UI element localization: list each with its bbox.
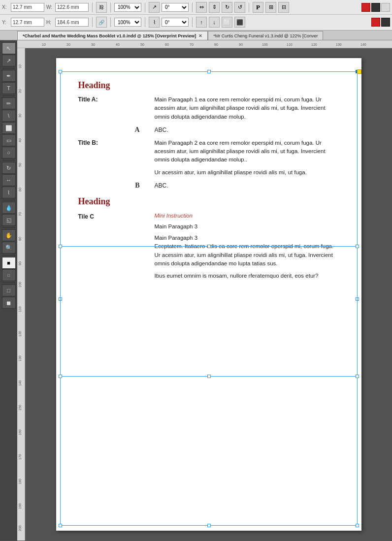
normal-mode[interactable]: □: [2, 285, 16, 296]
rotate-ccw-icon[interactable]: ↺: [234, 2, 245, 13]
tab-funeral[interactable]: *Mr Curtis Cheng Funeral v1.3.indd @ 122…: [208, 31, 323, 40]
tab-wedding-close[interactable]: ✕: [198, 33, 202, 38]
rect-tool[interactable]: ▭: [2, 134, 16, 146]
fill-color[interactable]: ■: [2, 257, 16, 269]
tool-r1[interactable]: [381, 3, 390, 12]
letter-b-col: B: [78, 182, 155, 190]
h-field: H:: [46, 18, 89, 27]
ruler-h-inner: 10 20 30 40 50 60 70 80 90 100 110 120 1…: [17, 40, 392, 48]
direct-select-tool[interactable]: ↗: [2, 55, 16, 66]
tile-c-label: Tile C: [78, 213, 155, 284]
shear-icon[interactable]: ⌇: [149, 17, 160, 28]
svg-text:40: 40: [18, 138, 22, 142]
svg-text:10: 10: [42, 43, 46, 46]
title-a-label: Title A:: [78, 95, 155, 121]
sep4: [192, 2, 193, 12]
tool-btn-4[interactable]: ⬛: [234, 17, 245, 28]
align-icon[interactable]: P: [253, 2, 263, 13]
tab-wedding[interactable]: *Charbel and Marthe Wedding Mass Booklet…: [17, 31, 208, 40]
shear-tool[interactable]: ⌇: [2, 187, 16, 198]
inner-handle-bc: [207, 375, 211, 378]
para-3c: Ibus eumet omnim is mosam, nullore rfera…: [155, 272, 339, 280]
svg-text:110: 110: [287, 43, 293, 46]
letter-a-col: A: [78, 126, 155, 134]
inner-handle-bl: [59, 375, 62, 378]
hand-tool[interactable]: ✋: [2, 229, 16, 241]
svg-text:150: 150: [18, 405, 22, 411]
dark-sq-2[interactable]: [381, 18, 390, 27]
para-3b-title: Main Paragaph 3: [155, 235, 198, 241]
gradient-tool[interactable]: ◱: [2, 214, 16, 226]
canvas-area: 10 20 30 40 50 60 70 80 90 100 110 120 1…: [17, 48, 392, 541]
sep6: [92, 17, 93, 27]
zoom-tool[interactable]: 🔍: [2, 242, 16, 254]
svg-text:90: 90: [239, 43, 243, 46]
pen-tool[interactable]: ✒: [2, 70, 16, 82]
dark-sq[interactable]: [371, 3, 380, 12]
abc-a: ABC.: [155, 127, 168, 133]
svg-text:140: 140: [18, 380, 22, 386]
flip-h-icon[interactable]: ⇔: [196, 2, 207, 13]
sep3: [145, 2, 145, 12]
y-label: Y:: [2, 20, 10, 25]
sep8: [145, 17, 145, 27]
w-input[interactable]: [55, 3, 89, 12]
letter-b: B: [135, 182, 139, 190]
tool-btn-2[interactable]: ↓: [209, 17, 220, 28]
svg-text:120: 120: [18, 331, 22, 337]
tool-btn-3[interactable]: ⬜: [222, 17, 232, 28]
svg-text:50: 50: [140, 43, 144, 46]
rect-frame-tool[interactable]: ⬜: [2, 122, 16, 134]
scale-select-2[interactable]: 100%: [114, 18, 141, 27]
para-3b: Main Paragaph 3 Eceptatem. Itatiaero odi…: [155, 234, 339, 268]
tool-sep4: [2, 200, 15, 200]
svg-text:20: 20: [18, 89, 22, 93]
flip-v-icon[interactable]: ⇕: [209, 2, 220, 13]
content-with-ruler: 10 20 30 40 50 60 70 80 90 100 110 120 1…: [17, 40, 392, 541]
distribute-icon[interactable]: ⊞: [265, 2, 276, 13]
svg-text:140: 140: [360, 43, 366, 46]
scale-select-1[interactable]: 100%: [114, 3, 141, 12]
spacing-icon[interactable]: ⊟: [278, 2, 289, 13]
rotate-cw-icon[interactable]: ↻: [222, 2, 232, 13]
sep5: [249, 2, 249, 12]
line-tool[interactable]: \: [2, 110, 16, 122]
h-input[interactable]: [55, 18, 89, 27]
title-b-row: Title B: Main Paragaph 2 ea core rem rem…: [78, 139, 339, 177]
toolbar: X: W: ⛓ 100% ↗ 0° ⇔ ⇕ ↻ ↺ P ⊞ ⊟: [0, 0, 392, 31]
rotate-icon[interactable]: ↗: [149, 2, 160, 13]
tool-sep3: [2, 160, 15, 160]
text-tool[interactable]: T: [2, 82, 16, 94]
handle-br: [356, 524, 359, 527]
yellow-handle: [357, 69, 361, 74]
selection-tool[interactable]: ↖: [2, 42, 16, 54]
svg-text:70: 70: [18, 212, 22, 216]
canvas-scroll[interactable]: Heading Title A: Main Paragaph 1 ea core…: [25, 48, 392, 541]
svg-text:170: 170: [18, 454, 22, 460]
svg-text:70: 70: [190, 43, 194, 46]
angle-select-2[interactable]: 0°: [162, 18, 189, 27]
pencil-tool[interactable]: ✏: [2, 97, 16, 109]
svg-text:20: 20: [66, 43, 70, 46]
red-sq-2[interactable]: [371, 18, 380, 27]
preview-mode[interactable]: ◼: [2, 297, 16, 309]
ellipse-tool[interactable]: ○: [2, 147, 16, 159]
eyedropper-tool[interactable]: 💧: [2, 202, 16, 214]
tool-sep7: [2, 283, 15, 283]
angle-select-1[interactable]: 0°: [162, 3, 189, 12]
handle-tr: [356, 70, 359, 73]
x-input[interactable]: [11, 3, 44, 12]
svg-text:160: 160: [18, 429, 22, 435]
main-area: ↖ ↗ ✒ T ✏ \ ⬜ ▭ ○ ↻ ↔ ⌇ 💧 ◱ ✋ 🔍 ■ □ □ ◼: [0, 40, 392, 541]
svg-text:180: 180: [18, 478, 22, 484]
y-input[interactable]: [11, 18, 44, 27]
tool-btn-1[interactable]: ↑: [196, 17, 207, 28]
lock-aspect-btn[interactable]: 🔗: [96, 17, 107, 28]
scale-tool[interactable]: ↔: [2, 174, 16, 186]
constraint-btn[interactable]: ⛓: [96, 2, 107, 13]
tab-bar: *Charbel and Marthe Wedding Mass Booklet…: [0, 31, 392, 40]
stroke-color[interactable]: □: [2, 269, 16, 281]
rotate-tool[interactable]: ↻: [2, 162, 16, 174]
tile-c-row: Tile C Mini Instruction Main Paragaph 3 …: [78, 213, 339, 284]
red-sq-1[interactable]: [361, 3, 370, 12]
